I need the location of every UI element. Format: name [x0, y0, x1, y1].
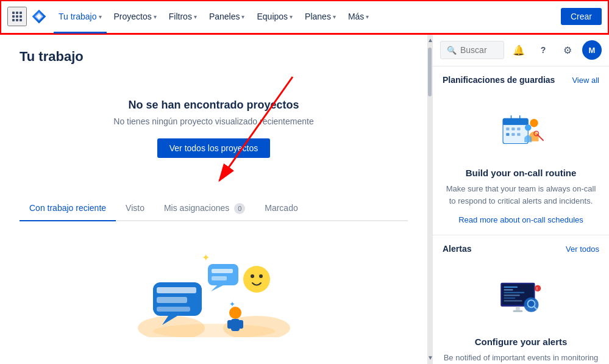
nav-planes[interactable]: Planes ▾ — [300, 8, 341, 25]
svg-rect-34 — [503, 123, 528, 125]
view-all-projects-button[interactable]: Ver todos los proyectos — [157, 138, 271, 158]
alerts-section-header: Alertas Ver todos — [433, 235, 609, 259]
svg-rect-6 — [12, 19, 15, 21]
svg-point-44 — [525, 124, 532, 131]
svg-point-25 — [259, 274, 263, 278]
alerts-section: Alertas Ver todos — [433, 235, 609, 364]
alerts-card-desc: Be notified of important events in monit… — [443, 352, 599, 364]
search-box[interactable]: 🔍 — [440, 41, 504, 59]
chevron-icon: ▾ — [333, 13, 336, 20]
svg-rect-37 — [506, 127, 509, 130]
svg-rect-16 — [157, 287, 196, 293]
svg-rect-51 — [504, 292, 524, 293]
svg-rect-53 — [504, 298, 515, 299]
svg-rect-31 — [238, 320, 243, 329]
svg-rect-56 — [513, 310, 522, 312]
svg-rect-52 — [504, 294, 519, 296]
alerts-title: Alertas — [443, 244, 471, 254]
scrollbar[interactable]: ▲ ▼ — [427, 34, 432, 364]
nav-filtros[interactable]: Filtros ▾ — [164, 8, 202, 25]
oncall-card: Build your on-call routine Make sure tha… — [433, 90, 609, 235]
svg-rect-7 — [16, 19, 18, 21]
svg-rect-55 — [516, 307, 520, 310]
projects-empty-title: No se han encontrado proyectos — [102, 99, 326, 112]
svg-rect-41 — [511, 133, 515, 136]
svg-point-24 — [251, 274, 254, 278]
svg-point-43 — [530, 119, 538, 127]
tab-mis-asignaciones[interactable]: Mis asignaciones 0 — [154, 197, 255, 220]
chevron-icon: ▾ — [154, 13, 157, 20]
oncall-read-more-link[interactable]: Read more about on-call schedules — [458, 215, 583, 224]
svg-rect-19 — [208, 264, 238, 285]
svg-rect-22 — [212, 276, 227, 280]
main-content: Tu trabajo No se han encontrado proyecto… — [0, 34, 427, 364]
svg-rect-38 — [511, 127, 515, 130]
top-navigation: Tu trabajo ▾ Proyectos ▾ Filtros ▾ Panel… — [0, 0, 609, 34]
oncall-card-title: Build your on-call routine — [443, 168, 599, 178]
svg-rect-0 — [12, 12, 15, 14]
nav-mas[interactable]: Más ▾ — [343, 8, 374, 25]
svg-point-23 — [243, 266, 270, 293]
nav-proyectos[interactable]: Proyectos ▾ — [109, 8, 162, 25]
nav-paneles[interactable]: Paneles ▾ — [204, 8, 250, 25]
tab-visto[interactable]: Visto — [116, 197, 154, 220]
svg-rect-1 — [16, 12, 18, 14]
svg-rect-5 — [20, 15, 22, 18]
projects-empty-state: No se han encontrado proyectos No tienes… — [92, 79, 336, 177]
svg-rect-18 — [157, 307, 190, 312]
scrollbar-thumb[interactable] — [428, 48, 432, 96]
svg-rect-21 — [212, 269, 233, 273]
right-sidebar: 🔍 🔔 ? ⚙ M Planificaciones de guardias Vi… — [432, 34, 609, 364]
svg-rect-42 — [517, 133, 520, 136]
svg-rect-50 — [504, 289, 513, 290]
schedules-view-all-link[interactable]: View all — [572, 76, 599, 85]
svg-rect-39 — [517, 127, 520, 130]
alerts-card-title: Configure your alerts — [443, 337, 599, 347]
settings-button[interactable]: ⚙ — [558, 40, 577, 60]
chevron-icon: ▾ — [366, 13, 369, 20]
scroll-down-button[interactable]: ▼ — [427, 353, 432, 363]
svg-rect-3 — [12, 15, 15, 18]
svg-rect-30 — [227, 320, 232, 329]
chevron-icon: ▾ — [194, 13, 197, 20]
svg-rect-17 — [157, 297, 187, 303]
tab-marcado[interactable]: Marcado — [255, 197, 307, 220]
chevron-icon: ▾ — [290, 13, 293, 20]
bottom-illustration: ✦ ✦ — [20, 236, 408, 347]
schedules-section: Planificaciones de guardias View all — [433, 66, 609, 235]
tab-con-trabajo-reciente[interactable]: Con trabajo reciente — [20, 197, 116, 220]
notifications-button[interactable]: 🔔 — [509, 40, 529, 60]
alerts-card: ! Configure your alerts Be notified of i… — [433, 259, 609, 364]
scroll-up-button[interactable]: ▲ — [427, 35, 432, 45]
svg-marker-20 — [211, 285, 223, 291]
sidebar-search-header: 🔍 🔔 ? ⚙ M — [433, 34, 609, 66]
help-button[interactable]: ? — [533, 40, 553, 60]
page-title: Tu trabajo — [20, 49, 408, 65]
chevron-icon: ▾ — [99, 13, 102, 20]
schedules-title: Planificaciones de guardias — [443, 75, 555, 85]
svg-rect-29 — [231, 319, 240, 331]
chevron-icon: ▾ — [241, 13, 244, 20]
alerts-view-all-link[interactable]: Ver todos — [566, 244, 599, 254]
search-input[interactable] — [460, 45, 497, 55]
work-tabs: Con trabajo reciente Visto Mis asignacio… — [20, 197, 408, 221]
create-button[interactable]: Crear — [561, 8, 602, 25]
jira-logo[interactable] — [29, 7, 49, 26]
svg-rect-4 — [16, 15, 18, 18]
nav-equipos[interactable]: Equipos ▾ — [252, 8, 297, 25]
svg-rect-54 — [504, 300, 522, 301]
svg-text:!: ! — [536, 287, 537, 291]
schedules-section-header: Planificaciones de guardias View all — [433, 66, 609, 90]
main-layout: Tu trabajo No se han encontrado proyecto… — [0, 34, 609, 364]
svg-point-60 — [534, 285, 541, 292]
svg-point-28 — [229, 307, 241, 319]
apps-menu-button[interactable] — [7, 7, 27, 26]
avatar[interactable]: M — [582, 40, 602, 60]
svg-rect-40 — [506, 133, 509, 136]
oncall-card-desc: Make sure that your team is always on-ca… — [443, 183, 599, 207]
search-icon: 🔍 — [447, 46, 457, 55]
alerts-illustration: ! — [443, 268, 599, 329]
nav-tu-trabajo[interactable]: Tu trabajo ▾ — [54, 8, 107, 25]
svg-text:✦: ✦ — [202, 252, 210, 263]
svg-rect-8 — [20, 19, 22, 21]
